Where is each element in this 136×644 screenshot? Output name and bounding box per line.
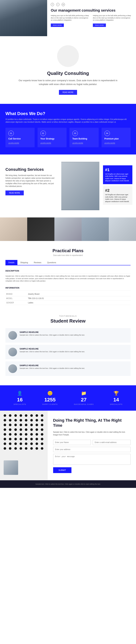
tab-reviews[interactable]: Reviews bbox=[31, 260, 44, 265]
card-link-3[interactable]: LEARN MORE bbox=[104, 142, 115, 144]
review-text-1: Sample text. Click to select the text bo… bbox=[20, 350, 128, 353]
tab-shipping[interactable]: Shipping bbox=[18, 260, 31, 265]
what-cards: 01 Call Service LEARN MORE 02 Your Strat… bbox=[6, 128, 130, 147]
rank-box-2: #2 Vel fringilla est ullamcorper aget nu… bbox=[103, 186, 132, 205]
strip-image-3 bbox=[54, 218, 82, 241]
info-row-1: MODEL TBK-210-11-116.01 bbox=[6, 296, 130, 300]
strip-image-2 bbox=[27, 218, 54, 241]
card-num-2: 03 bbox=[72, 130, 78, 136]
info-label-1: MODEL bbox=[6, 296, 27, 300]
info-table: BRAND Jewelry Brand MODEL TBK-210-11-116… bbox=[6, 292, 130, 305]
social-links[interactable]: f t in bbox=[51, 3, 132, 6]
info-label-0: BRAND bbox=[6, 292, 27, 296]
what-section: What Does We Do? UI porttitor leo a diam… bbox=[0, 104, 136, 154]
stat-label-1: HAPPY CLIENTS bbox=[42, 404, 58, 405]
review-content-2: SAMPLE HEADLINE Sample text. Click to se… bbox=[20, 364, 128, 370]
tab-details[interactable]: Details bbox=[6, 260, 18, 265]
consulting-right: #1 Vel fringilla est ullamcorper aget nu… bbox=[99, 162, 136, 210]
header-col-2: Helping your eye on the ball while perfo… bbox=[93, 14, 132, 27]
review-headline-1: SAMPLE HEADLINE bbox=[20, 348, 128, 350]
review-headline-0: SAMPLE HEADLINE bbox=[20, 331, 128, 333]
cases-icon: 📁 bbox=[74, 391, 94, 396]
card-num-0: 01 bbox=[8, 130, 14, 136]
what-card-0: 01 Call Service LEARN MORE bbox=[6, 128, 35, 147]
review-avatar-1 bbox=[8, 348, 17, 356]
quality-desc: Our experts know how to solve your compa… bbox=[15, 79, 121, 86]
stat-1: 😊 1255 HAPPY CLIENTS bbox=[42, 391, 58, 405]
email-input[interactable] bbox=[93, 440, 130, 445]
plans-title: Practical Plans bbox=[6, 248, 130, 253]
tab-questions[interactable]: Questions bbox=[44, 260, 59, 265]
consulting-person-image bbox=[61, 162, 99, 210]
card-link-2[interactable]: LEARN MORE bbox=[72, 142, 83, 144]
stat-num-1: 1255 bbox=[42, 397, 58, 403]
review-text-2: Sample text. Click to select the text bo… bbox=[20, 367, 128, 370]
dots-grid bbox=[0, 411, 48, 453]
message-textarea[interactable] bbox=[53, 454, 131, 465]
name-input[interactable] bbox=[53, 440, 91, 445]
right-thing-title: Doing The Right Thing, At The Right Time bbox=[53, 418, 131, 428]
rank-desc-2: Vel fringilla est ullamcorper aget nulla… bbox=[105, 194, 130, 202]
review-title: Student Review bbox=[6, 318, 130, 324]
stat-num-0: 16 bbox=[14, 397, 26, 403]
plans-sub: Duis aute irure dolor in reprehenderit bbox=[6, 254, 130, 256]
header-title: Our management consulting services bbox=[51, 8, 132, 13]
card-link-1[interactable]: LEARN MORE bbox=[40, 142, 51, 144]
card-link-0[interactable]: LEARN MORE bbox=[8, 142, 19, 144]
quality-section: Quality Consulting Our experts know how … bbox=[0, 36, 136, 104]
header: f t in Our management consulting service… bbox=[0, 0, 136, 36]
description-title: DESCRIPTION bbox=[6, 268, 130, 274]
card-title-3: Premium plan bbox=[104, 138, 128, 140]
what-card-3: 04 Premium plan LEARN MORE bbox=[101, 128, 131, 147]
header-desc-2: Helping your eye on the ball while perfo… bbox=[93, 14, 132, 21]
info-label-2: GENDER bbox=[6, 300, 27, 305]
address-input[interactable] bbox=[53, 447, 131, 452]
card-title-0: Call Service bbox=[8, 138, 32, 140]
plans-tabs: Details Shipping Reviews Questions bbox=[6, 260, 130, 266]
quality-read-more-btn[interactable]: READ MORE bbox=[59, 90, 77, 95]
right-thing-content: Doing The Right Thing, At The Right Time… bbox=[48, 411, 136, 480]
rank-box-1: #1 Vel fringilla est ullamcorper aget nu… bbox=[103, 165, 132, 184]
info-value-0: Jewelry Brand bbox=[27, 292, 130, 296]
stat-label-0: SPECIALISTS bbox=[14, 404, 26, 405]
read-more-btn-1[interactable]: READ MORE bbox=[51, 24, 64, 27]
stat-label-2: SUCCESSFUL CASES bbox=[74, 404, 94, 405]
card-num-1: 02 bbox=[40, 130, 46, 136]
info-row-0: BRAND Jewelry Brand bbox=[6, 292, 130, 296]
stat-label-3: SPECIALISTS bbox=[110, 404, 122, 405]
footer: Sample text. Click to select the text bo… bbox=[0, 480, 136, 488]
specialists-icon: 👤 bbox=[14, 391, 26, 396]
right-thing-image: .dots-grid { display: grid; grid-templat… bbox=[0, 411, 48, 480]
facebook-icon[interactable]: f bbox=[51, 3, 54, 6]
read-more-btn-2[interactable]: READ MORE bbox=[93, 24, 106, 27]
what-title: What Does We Do? bbox=[6, 111, 130, 116]
submit-button[interactable]: SUBMIT bbox=[53, 467, 72, 473]
strip-image-1 bbox=[0, 218, 27, 241]
review-avatar-2 bbox=[8, 364, 17, 373]
happy-clients-icon: 😊 bbox=[42, 391, 58, 396]
stat-3: 🏆 14 SPECIALISTS bbox=[110, 391, 122, 405]
rank-desc-1: Vel fringilla est ullamcorper aget nulla… bbox=[105, 173, 130, 182]
instagram-icon[interactable]: in bbox=[62, 3, 65, 6]
card-title-2: Team Building bbox=[72, 138, 96, 140]
header-col-1: Helping your eye on the ball while perfo… bbox=[51, 14, 90, 27]
right-thing-section: .dots-grid { display: grid; grid-templat… bbox=[0, 411, 136, 480]
consulting-read-more-btn[interactable]: READ MORE bbox=[6, 190, 24, 195]
review-text-0: Sample text. Click to select the text bo… bbox=[20, 334, 128, 336]
what-desc: UI porttitor leo a diam sollicitudin. Tu… bbox=[6, 118, 130, 123]
quality-circle-decoration bbox=[57, 45, 79, 67]
card-title-1: Your Strategy bbox=[40, 138, 64, 140]
consulting-left: Consulting Services We bring deep, funct… bbox=[0, 162, 61, 210]
consulting-desc: We bring deep, functional expertise, but… bbox=[6, 174, 56, 188]
description-text: Sample text. Click to select the text bo… bbox=[6, 275, 130, 282]
review-card-0: SAMPLE HEADLINE Sample text. Click to se… bbox=[6, 328, 130, 342]
person-thumbnail bbox=[4, 460, 18, 475]
card-num-3: 04 bbox=[104, 130, 110, 136]
stat-num-2: 27 bbox=[74, 397, 94, 403]
stat-num-3: 14 bbox=[110, 397, 122, 403]
right-thing-desc: Sample text. Click to select the text bo… bbox=[53, 431, 131, 436]
plans-section: Practical Plans Duis aute irure dolor in… bbox=[0, 241, 136, 308]
stat-2: 📁 27 SUCCESSFUL CASES bbox=[74, 391, 94, 405]
twitter-icon[interactable]: t bbox=[56, 3, 59, 6]
form-name-email-row bbox=[53, 440, 131, 445]
